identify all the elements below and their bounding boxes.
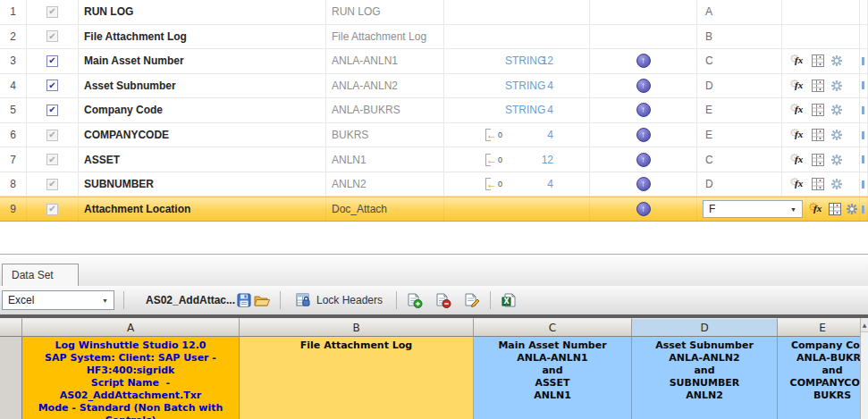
row-number: 2 [0,25,27,49]
formula-icon[interactable]: ⚙fx [789,177,805,191]
mapper-row-3[interactable]: 3 ✔ Main Asset Number ANLA-ANLN1 STRING … [0,49,868,74]
field-length[interactable]: 12 [534,54,553,67]
formula-icon[interactable]: ⚙fx [789,128,805,142]
column-header-c[interactable]: C [474,318,632,337]
mapping-options-icon[interactable] [846,203,858,215]
mapper-row-1[interactable]: 1 ✔ RUN LOG RUN LOG A [0,0,868,25]
upload-icon[interactable]: ↑ [636,202,651,216]
default-value-icon[interactable]: ←0 [485,178,502,190]
edit-cell-icon[interactable] [463,292,481,308]
default-value-icon[interactable]: ←0 [485,154,502,166]
mapper-row-6[interactable]: 6 ✔ COMPANYCODE BUKRS ←0 4 ↑ E ⚙fx [0,123,868,148]
clipped-column [860,25,868,49]
include-checkbox[interactable]: ✔ [46,154,58,165]
formula-icon[interactable]: ⚙fx [789,103,805,117]
include-checkbox[interactable]: ✔ [46,105,58,116]
vertical-scrollbar[interactable]: ▲ [860,318,868,419]
cell-c1-main-asset[interactable]: Main Asset Number ANLA-ANLN1 and ASSET A… [474,337,632,419]
mapper-row-2[interactable]: 2 ✔ File Attachment Log File Attachment … [0,25,868,50]
values-list-icon[interactable] [812,178,824,190]
row-number: 8 [0,172,27,197]
row-number: 9 [0,197,27,221]
cell-b1-attachment-log[interactable]: File Attachment Log [240,337,474,419]
formula-icon[interactable]: ⚙fx [789,153,805,167]
formula-icon[interactable]: ⚙fx [789,54,805,68]
field-length[interactable]: 4 [534,178,553,190]
cell-a1-log-header[interactable]: Log Winshuttle Studio 12.0 SAP System: C… [22,337,240,419]
cell-d1-subnumber[interactable]: Asset Subnumber ANLA-ANLN2 and SUBNUMBER… [632,337,778,419]
include-checkbox[interactable]: ✔ [46,55,58,67]
upload-icon[interactable]: ↑ [636,79,651,93]
default-value-icon[interactable]: ←0 [485,129,502,141]
mapping-options-icon[interactable] [830,129,843,141]
lock-headers-button[interactable]: Lock Headers [290,289,387,311]
clipped-column [860,172,868,197]
data-source-value: Excel [8,294,34,306]
values-list-icon[interactable] [812,154,824,166]
toolbar-separator [490,291,491,309]
dataset-tab-band: Data Set [0,256,868,286]
values-list-icon[interactable] [829,203,841,215]
scroll-up-arrow[interactable]: ▲ [861,318,868,332]
column-header-a[interactable]: A [22,318,240,337]
mapper-row-4[interactable]: 4 ✔ Asset Subnumber ANLA-ANLN2 STRING 4 … [0,74,868,99]
upload-icon[interactable]: ↑ [636,177,651,191]
excel-icon[interactable]: X [500,292,518,308]
include-checkbox[interactable]: ✔ [46,6,58,18]
mapping-options-icon[interactable] [830,80,843,92]
column-header-e[interactable]: E [778,318,868,337]
values-list-icon[interactable] [812,129,824,141]
values-list-icon[interactable] [812,104,824,116]
mapper-row-5[interactable]: 5 ✔ Company Code ANLA-BUKRS STRING 4 ↑ E… [0,98,868,123]
grid-row-header[interactable] [0,337,22,419]
field-type-cell [444,0,590,24]
mapper-row-8[interactable]: 8 ✔ SUBNUMBER ANLN2 ←0 4 ↑ D ⚙fx [0,172,868,197]
field-type-cell: ←0 12 [444,147,590,172]
upload-icon[interactable]: ↑ [636,103,651,117]
delete-row-icon[interactable] [434,292,452,308]
mapping-options-icon[interactable] [830,54,843,67]
upload-icon[interactable]: ↑ [636,128,651,142]
row-actions: ⚙fx [782,123,860,147]
column-select-dropdown[interactable]: F ▼ [703,200,803,218]
formula-icon[interactable]: ⚙fx [808,202,824,216]
column-header-d-selected[interactable]: D [632,318,778,337]
values-list-icon[interactable] [812,54,824,67]
mapping-options-icon[interactable] [830,104,843,116]
mapping-options-icon[interactable] [830,178,843,190]
sap-field-name: BUKRS [326,123,444,147]
field-length[interactable]: 4 [534,80,553,92]
toolbar-separator [280,291,281,309]
cell-e1-company-code[interactable]: Company Code ANLA-BUKRS and COMPANYCODE … [778,337,868,419]
include-checkbox[interactable]: ✔ [46,204,58,215]
dataset-toolbar: Excel ▼ AS02_AddAttac... Lock Headers [0,286,868,314]
include-checkbox[interactable]: ✔ [46,80,58,91]
upload-icon[interactable]: ↑ [636,54,651,68]
mapping-options-icon[interactable] [830,154,843,166]
excel-column-letter: D [697,172,782,197]
field-length[interactable]: 4 [534,129,553,141]
upload-icon[interactable]: ↑ [636,153,651,167]
mapper-row-9-selected[interactable]: 9 ✔ Attachment Location Doc_Attach ↑ F ▼… [0,197,868,222]
field-description: COMPANYCODE [79,123,326,147]
field-length[interactable]: 4 [534,104,553,116]
open-folder-icon[interactable] [253,292,271,308]
row-number: 3 [0,49,27,73]
include-checkbox[interactable]: ✔ [46,179,58,190]
column-header-b[interactable]: B [240,318,474,337]
values-list-icon[interactable] [812,80,824,92]
include-checkbox[interactable]: ✔ [46,30,58,42]
save-icon[interactable] [235,292,253,308]
mapper-row-7[interactable]: 7 ✔ ASSET ANLN1 ←0 12 ↑ C ⚙fx [0,147,868,172]
grid-corner-cell[interactable] [0,318,22,337]
pane-splitter[interactable] [0,222,868,255]
data-source-select[interactable]: Excel ▼ [2,290,114,310]
row-number: 6 [0,123,27,147]
tab-data-set[interactable]: Data Set [2,264,79,286]
add-row-icon[interactable] [406,292,424,308]
formula-icon[interactable]: ⚙fx [789,79,805,93]
include-checkbox[interactable]: ✔ [46,130,58,141]
field-length[interactable]: 12 [534,154,553,166]
row-number: 5 [0,98,27,122]
sap-field-name: RUN LOG [326,0,444,24]
